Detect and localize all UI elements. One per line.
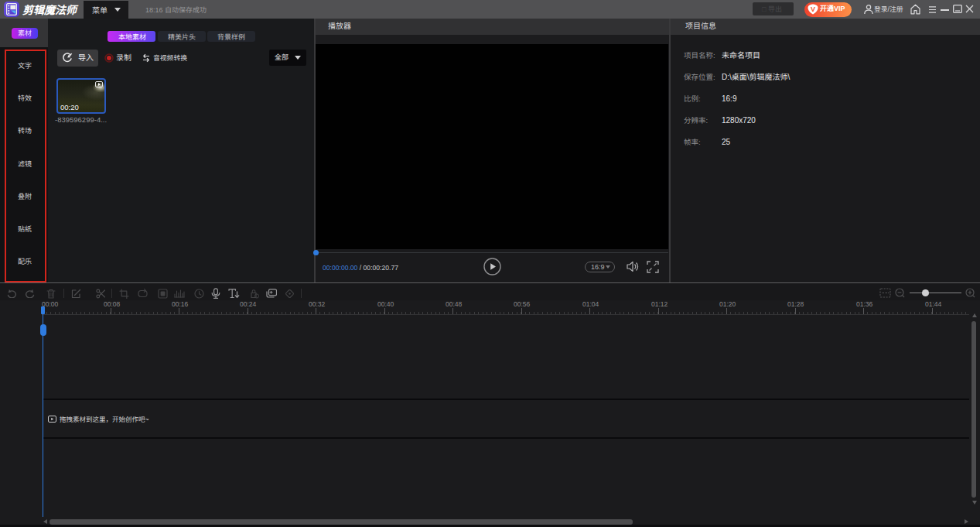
svg-text:V: V xyxy=(811,5,815,13)
